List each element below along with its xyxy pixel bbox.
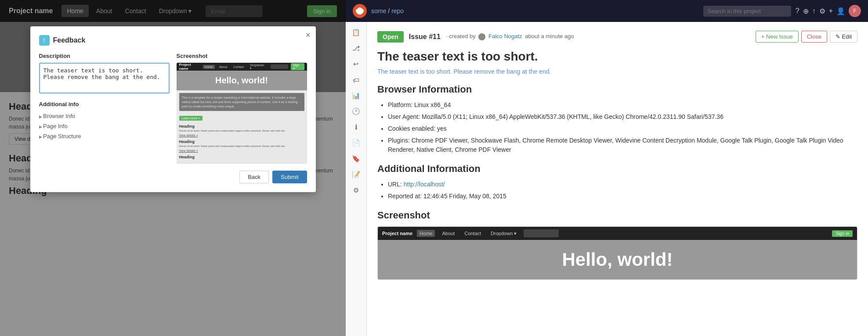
mini-section-2: Heading Donec id sit amet. Etiam porta s…	[179, 139, 304, 152]
mini-hero-text: Hello, world!	[215, 75, 268, 86]
gitea-logo	[353, 4, 367, 18]
breadcrumb-user[interactable]: some	[371, 7, 386, 14]
mini-nav: Project name Home About Contact Dropdown…	[177, 63, 307, 71]
sidebar-settings2-icon[interactable]: ⚙	[349, 183, 363, 197]
issue-author-avatar	[478, 33, 485, 40]
mini-hero: Hello, world!	[177, 71, 307, 90]
sidebar-book-icon[interactable]: 📋	[349, 25, 363, 39]
collapsible-items: Browser Info Page Info Page Structure	[39, 111, 170, 141]
mini-brand: Project name	[179, 63, 201, 71]
sidebar-chart-icon[interactable]: 📊	[349, 89, 363, 103]
search-wrapper	[703, 6, 791, 17]
submit-button[interactable]: Submit	[272, 171, 307, 183]
feedback-modal: × ! Feedback Description The teaser text…	[30, 26, 316, 192]
user-avatar[interactable]: F	[849, 5, 861, 17]
gitea-sidebar: 📋 ⎇ ↩ 🏷 📊 🕐 ℹ 📄 🔖 📝 ⚙	[346, 22, 367, 336]
mini-home: Home	[203, 65, 215, 69]
mini-desc: This is a template for a simple marketin…	[179, 93, 304, 111]
mini-body: This is a template for a simple marketin…	[177, 90, 307, 163]
sidebar-tag2-icon[interactable]: 🔖	[349, 152, 363, 166]
browser-info-item-4: Plugins: Chrome PDF Viewer, Shockwave Fl…	[388, 136, 857, 154]
sidebar-branch-icon[interactable]: ⎇	[349, 41, 363, 55]
sidebar-file2-icon[interactable]: 📝	[349, 168, 363, 182]
issue-description: The teaser text is too short. Please rem…	[377, 68, 857, 75]
mini-dropdown: Dropdown ▾	[248, 63, 268, 71]
collapse-page-info[interactable]: Page Info	[39, 121, 170, 131]
modal-overlay: × ! Feedback Description The teaser text…	[0, 0, 346, 336]
additional-info-title: Additional Information	[377, 163, 857, 175]
settings-icon[interactable]: ⚙	[819, 7, 825, 15]
browser-info-item-1: Platform: Linux x86_64	[388, 100, 857, 110]
browser-info-item-3: Cookies enabled: yes	[388, 124, 857, 133]
screenshot-nav-home: Home	[417, 230, 435, 237]
mini-heading-3: Heading	[179, 155, 304, 159]
gitea-main-content: Open Issue #11 · created by Falco Nogatz…	[367, 22, 868, 336]
sidebar-history-icon[interactable]: ↩	[349, 57, 363, 71]
help-icon[interactable]: ?	[796, 7, 799, 15]
browser-info-item-2: User Agent: Mozilla/5.0 (X11; Linux x86_…	[388, 112, 857, 122]
screenshot-nav-contact: Contact	[462, 230, 484, 237]
additional-info-label: Additional info	[39, 101, 170, 107]
sidebar-tag-icon[interactable]: 🏷	[349, 73, 363, 87]
modal-body: Description The teaser text is too short…	[39, 53, 307, 164]
breadcrumb-repo[interactable]: repo	[391, 7, 404, 14]
issue-header-bar: Open Issue #11 · created by Falco Nogatz…	[377, 31, 857, 43]
issue-number: Issue #11	[409, 33, 441, 41]
description-textarea[interactable]: The teaser text is too short. Please rem…	[39, 63, 170, 93]
issue-meta-created: · created by Falco Nogatz about a minute…	[446, 33, 574, 40]
screenshot-signin: Sign in	[832, 230, 853, 237]
explore-icon[interactable]: ⊕	[803, 7, 809, 15]
mini-signin: Sign in	[291, 63, 304, 70]
mini-email	[271, 64, 288, 69]
upload-icon[interactable]: ↑	[812, 7, 816, 15]
screenshot-nav-about: About	[439, 230, 457, 237]
issue-title: The teaser text is too short.	[377, 50, 857, 64]
sidebar-file-icon[interactable]: 📄	[349, 136, 363, 150]
issue-author-name[interactable]: Falco Nogatz	[488, 33, 522, 39]
mini-learn: Learn more »	[179, 116, 203, 121]
edit-issue-button[interactable]: ✎ Edit	[830, 31, 857, 43]
gitea-breadcrumb: some / repo	[371, 7, 404, 14]
screenshot-hero: Hello, world!	[378, 240, 857, 279]
issue-open-badge: Open	[377, 31, 404, 43]
new-issue-button[interactable]: + New Issue	[756, 31, 799, 43]
close-issue-button[interactable]: Close	[801, 31, 827, 43]
modal-footer: Back Submit	[39, 171, 307, 183]
modal-close-button[interactable]: ×	[306, 31, 311, 40]
mini-para-1: Donec id sit amet. Etiam porta sem males…	[179, 129, 304, 133]
mini-contact: Contact	[231, 65, 246, 69]
modal-left-section: Description The teaser text is too short…	[39, 53, 170, 164]
description-label: Description	[39, 53, 170, 59]
gitea-search-input[interactable]	[703, 6, 791, 17]
mini-section-1: Heading Donec id sit amet. Etiam porta s…	[179, 124, 304, 137]
back-button[interactable]: Back	[239, 171, 269, 183]
issue-time: about a minute ago	[525, 33, 574, 39]
screenshot-preview: Project name Home About Contact Dropdown…	[177, 63, 307, 164]
browser-info-list: Platform: Linux x86_64 User Agent: Mozil…	[377, 100, 857, 154]
screenshot-section-title: Screenshot	[377, 210, 857, 221]
additional-info-section: Additional info Browser Info Page Info P…	[39, 101, 170, 141]
sidebar-clock-icon[interactable]: 🕐	[349, 104, 363, 118]
screenshot-header: Project name Home About Contact Dropdown…	[378, 227, 857, 240]
issue-created-by-label: created by	[449, 33, 476, 39]
website-preview: Project name Home About Contact Dropdown…	[0, 0, 346, 336]
collapse-browser-info[interactable]: Browser Info	[39, 111, 170, 121]
mini-heading-2: Heading	[179, 139, 304, 144]
browser-info-title: Browser Information	[377, 84, 857, 95]
modal-header: ! Feedback	[39, 35, 307, 46]
additional-info-item-1: URL: http://localhost/	[388, 180, 857, 189]
modal-right-section: Screenshot Project name Home About Conta…	[177, 53, 307, 164]
mini-para-2: Donec id sit amet. Etiam porta sem males…	[179, 145, 304, 148]
sidebar-info-icon[interactable]: ℹ	[349, 120, 363, 134]
add-icon[interactable]: +	[829, 7, 833, 15]
screenshot-brand: Project name	[382, 231, 412, 236]
screenshot-email	[524, 229, 559, 237]
feedback-icon: !	[39, 35, 50, 46]
user-icon[interactable]: 👤	[836, 7, 845, 15]
screenshot-nav-dropdown: Dropdown ▾	[488, 230, 519, 237]
screenshot-label: Screenshot	[177, 53, 307, 59]
collapse-page-structure[interactable]: Page Structure	[39, 131, 170, 141]
additional-info-url[interactable]: http://localhost/	[404, 181, 445, 188]
issue-action-buttons: + New Issue Close ✎ Edit	[756, 31, 857, 43]
mini-link-1: View details »	[179, 134, 304, 137]
